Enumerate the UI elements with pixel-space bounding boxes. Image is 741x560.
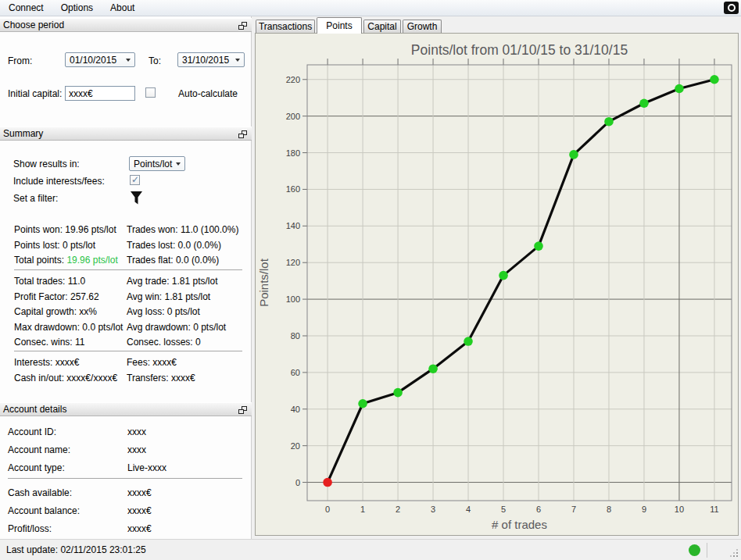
data-point — [464, 337, 473, 346]
x-tick-label: 11 — [710, 505, 718, 514]
stat-total-points: Total points: 19.96 pts/lot — [14, 255, 118, 266]
account-name-label: Account name: — [8, 444, 70, 455]
x-tick-label: 0 — [325, 505, 330, 514]
x-tick-label: 1 — [360, 505, 365, 514]
x-tick-label: 4 — [466, 505, 471, 514]
profit-loss-value: xxxx€ — [127, 523, 152, 534]
y-tick-label: 0 — [295, 478, 300, 487]
tab-capital[interactable]: Capital — [363, 20, 401, 33]
stat-trades-won: Trades won: 11.0 (100.0%) — [127, 224, 238, 235]
divider — [8, 478, 242, 479]
account-details-header: Account details — [0, 402, 252, 416]
plot-border — [307, 65, 732, 501]
y-tick-label: 220 — [286, 75, 300, 84]
equity-line — [328, 80, 714, 483]
points-line-chart[interactable]: 0204060801001201401601802002200123456789… — [256, 34, 738, 535]
float-panel-icon[interactable] — [238, 22, 247, 30]
stat-avg-loss: Avg loss: 0 pts/lot — [127, 306, 200, 317]
left-panel: Choose period From: 01/10/2015 To: 31/10… — [0, 16, 252, 539]
stat-total-trades: Total trades: 11.0 — [14, 276, 85, 287]
data-point — [639, 98, 649, 108]
stat-avg-win: Avg win: 1.81 pts/lot — [127, 291, 210, 302]
choose-period-header: Choose period — [0, 18, 252, 32]
show-results-select[interactable]: Points/lot — [129, 156, 185, 171]
last-update-text: Last update: 02/11/2015 23:01:25 — [6, 544, 146, 555]
account-id-label: Account ID: — [8, 426, 56, 437]
y-tick-label: 180 — [286, 148, 300, 158]
stat-avg-trade: Avg trade: 1.81 pts/lot — [127, 276, 218, 287]
data-point — [358, 399, 367, 408]
chevron-down-icon — [176, 162, 181, 166]
stat-trades-lost: Trades lost: 0.0 (0.0%) — [127, 240, 221, 251]
to-date-select[interactable]: 31/10/2015 — [177, 52, 245, 67]
data-point — [710, 75, 719, 84]
divider — [14, 351, 242, 351]
data-point — [604, 117, 614, 127]
total-points-value: 19.96 pts/lot — [66, 255, 117, 266]
to-label: To: — [149, 55, 161, 66]
account-type-value: Live-xxxx — [127, 462, 166, 473]
auto-calculate-label: Auto-calculate — [178, 88, 238, 99]
account-details-title: Account details — [3, 404, 66, 415]
from-date-select[interactable]: 01/10/2015 — [65, 52, 135, 67]
x-tick-label: 9 — [642, 505, 646, 514]
stat-avg-drawdown: Avg drawdown: 0 pts/lot — [127, 322, 226, 333]
x-tick-label: 8 — [607, 505, 611, 514]
cash-available-label: Cash available: — [8, 487, 72, 498]
stat-consec-wins: Consec. wins: 11 — [14, 337, 85, 348]
x-tick-label: 5 — [501, 505, 506, 514]
x-tick-label: 10 — [675, 505, 684, 514]
chevron-down-icon — [126, 59, 131, 62]
chart-tabstrip: Transactions Points Capital Growth — [255, 17, 739, 33]
start-data-point — [323, 478, 332, 487]
stat-interests: Interests: xxxx€ — [14, 357, 79, 368]
to-date-value: 31/10/2015 — [182, 55, 232, 66]
profit-loss-label: Profit/loss: — [8, 523, 52, 534]
connection-status-indicator — [689, 544, 700, 556]
y-tick-label: 20 — [291, 441, 300, 451]
set-filter-label: Set a filter: — [13, 193, 58, 204]
x-axis-label: # of trades — [492, 518, 547, 531]
auto-calculate-checkbox[interactable] — [145, 87, 156, 98]
summary-header: Summary — [0, 127, 252, 141]
account-type-label: Account type: — [8, 462, 65, 473]
show-results-label: Show results in: — [13, 159, 80, 169]
resize-grip[interactable] — [730, 549, 738, 557]
chart-panel: 0204060801001201401601802002200123456789… — [255, 33, 739, 536]
camera-icon[interactable] — [724, 2, 739, 14]
y-tick-label: 160 — [286, 184, 300, 194]
from-date-value: 01/10/2015 — [70, 55, 123, 66]
data-point — [428, 364, 438, 373]
x-tick-label: 3 — [431, 505, 435, 514]
show-results-value: Points/lot — [134, 159, 173, 169]
initial-capital-input[interactable] — [65, 86, 135, 101]
x-tick-label: 7 — [571, 505, 576, 514]
filter-icon[interactable] — [130, 191, 143, 205]
y-tick-label: 200 — [286, 112, 300, 121]
menu-about[interactable]: About — [102, 0, 143, 16]
stat-points-lost: Points lost: 0 pts/lot — [14, 240, 95, 251]
divider — [14, 269, 242, 270]
cash-available-value: xxxx€ — [127, 487, 152, 498]
float-panel-icon[interactable] — [238, 130, 247, 138]
menu-connect[interactable]: Connect — [0, 0, 52, 16]
app-window: Connect Options About Choose period From… — [0, 0, 741, 560]
stat-points-won: Points won: 19.96 pts/lot — [14, 224, 116, 235]
status-bar: Last update: 02/11/2015 23:01:25 — [0, 539, 741, 560]
float-panel-icon[interactable] — [238, 406, 247, 414]
y-axis-label: Points/lot — [257, 258, 270, 307]
initial-capital-label: Initial capital: — [8, 88, 62, 99]
stat-capital-growth: Capital growth: xx% — [14, 306, 97, 317]
tab-growth[interactable]: Growth — [403, 20, 442, 33]
include-interests-checkbox[interactable] — [130, 175, 140, 185]
stat-profit-factor: Profit Factor: 257.62 — [14, 291, 99, 302]
from-label: From: — [8, 55, 32, 66]
stat-fees: Fees: xxxx€ — [127, 357, 177, 368]
tab-points[interactable]: Points — [317, 17, 362, 34]
choose-period-title: Choose period — [3, 20, 64, 30]
tab-transactions[interactable]: Transactions — [256, 20, 315, 33]
chart-title: Points/lot from 01/10/15 to 31/10/15 — [411, 42, 628, 58]
x-tick-label: 2 — [396, 505, 400, 514]
menu-options[interactable]: Options — [52, 0, 102, 16]
stat-transfers: Transfers: xxxx€ — [127, 373, 195, 383]
